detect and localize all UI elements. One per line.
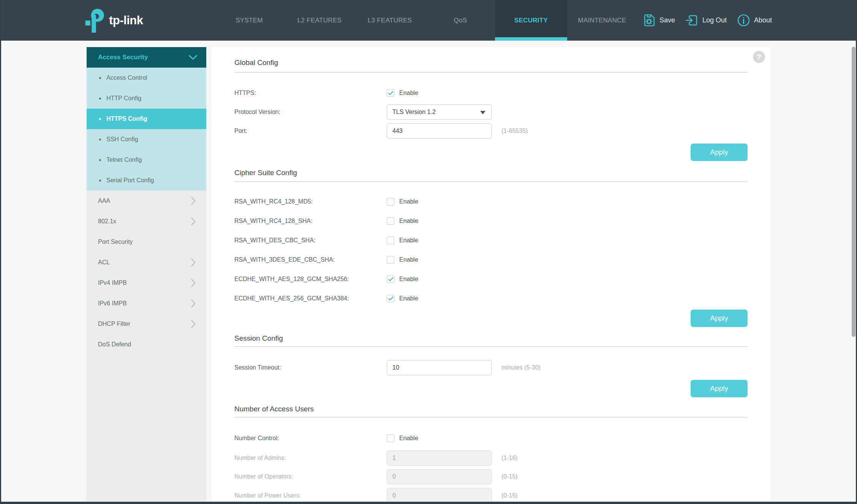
number-of-admins-hint: (1-16) [501, 455, 518, 461]
sidebar-item-acl[interactable]: ACL [87, 252, 206, 273]
number-of-power-users-row: Number of Power Users: (0-15) [234, 488, 748, 501]
apply-button-session[interactable]: Apply [691, 380, 748, 397]
cipher-enable-label: Enable [399, 276, 418, 283]
cipher-enable-checkbox[interactable] [387, 198, 394, 205]
section-divider [234, 182, 748, 182]
chevron-right-icon [191, 320, 196, 328]
cipher-enable-checkbox[interactable] [387, 217, 394, 225]
cipher-label: RSA_WITH_DES_CBC_SHA: [234, 237, 387, 244]
help-icon[interactable]: ? [753, 51, 765, 63]
https-label: HTTPS: [234, 90, 387, 96]
chevron-right-icon [191, 197, 196, 205]
nav-actions: Save Log Out About [642, 0, 772, 41]
cipher-enable-checkbox[interactable] [387, 237, 394, 244]
cipher-enable-checkbox[interactable] [387, 256, 394, 264]
number-of-power-users-label: Number of Power Users: [234, 492, 387, 499]
sidebar-item-https-config[interactable]: HTTPS Config [87, 109, 206, 129]
logout-icon [685, 13, 699, 27]
scrollbar-thumb[interactable] [852, 47, 855, 337]
sidebar-item-ipv4-impb[interactable]: IPv4 IMPB [87, 273, 206, 293]
about-icon [737, 13, 751, 27]
number-of-operators-row: Number of Operators: (0-15) [234, 469, 748, 484]
number-control-enable-label: Enable [399, 435, 418, 442]
sidebar-item-label: ACL [98, 259, 191, 266]
sidebar-item-label: HTTPS Config [106, 115, 147, 122]
sidebar-item-serial-port-config[interactable]: Serial Port Config [87, 170, 206, 191]
sidebar-item-access-control[interactable]: Access Control [87, 68, 206, 88]
number-of-operators-label: Number of Operators: [234, 473, 387, 480]
https-enable-checkbox[interactable] [387, 89, 394, 97]
section-title-global-config: Global Config [234, 58, 278, 68]
apply-button-global[interactable]: Apply [691, 144, 748, 161]
https-enable-label: Enable [399, 90, 418, 96]
port-row: Port: (1-65535) [234, 123, 748, 139]
session-timeout-label: Session Timeout: [234, 364, 387, 371]
section-divider [234, 417, 748, 417]
section-divider [234, 346, 748, 347]
apply-button-cipher[interactable]: Apply [691, 310, 748, 327]
nav-item-l3-features[interactable]: L3 FEATURES [368, 0, 412, 41]
nav-item-l2-features[interactable]: L2 FEATURES [297, 0, 342, 41]
sidebar-item-ipv6-impb[interactable]: IPv6 IMPB [87, 293, 206, 314]
cipher-row: RSA_WITH_RC4_128_MD5: Enable [234, 194, 748, 209]
number-of-operators-hint: (0-15) [501, 473, 518, 480]
cipher-label: RSA_WITH_3DES_EDE_CBC_SHA: [234, 256, 387, 263]
sidebar-item-http-config[interactable]: HTTP Config [87, 88, 206, 109]
bullet-icon [99, 180, 101, 182]
sidebar-item-telnet-config[interactable]: Telnet Config [87, 150, 206, 170]
session-timeout-input[interactable] [387, 360, 492, 375]
nav-item-maintenance[interactable]: MAINTENANCE [578, 0, 626, 41]
https-row: HTTPS: Enable [234, 85, 748, 101]
cipher-enable-label: Enable [399, 198, 418, 205]
sidebar-item-dos-defend[interactable]: DoS Defend [87, 334, 206, 355]
save-icon [642, 13, 656, 27]
number-of-admins-row: Number of Admins: (1-16) [234, 450, 748, 466]
number-control-checkbox[interactable] [387, 434, 394, 442]
about-button[interactable]: About [737, 13, 772, 27]
session-timeout-row: Session Timeout: minutes (5-30) [234, 360, 748, 375]
sidebar-item-label: DHCP Filter [98, 321, 191, 327]
top-nav: tp-link SYSTEM L2 FEATURES L3 FEATURES Q… [0, 0, 857, 41]
port-input[interactable] [387, 123, 492, 139]
nav-item-system[interactable]: SYSTEM [236, 0, 263, 41]
sidebar-item-label: SSH Config [106, 136, 138, 143]
scrollbar-track[interactable] [851, 41, 856, 501]
cipher-label: ECDHE_WITH_AES_256_GCM_SHA384: [234, 295, 387, 302]
sidebar-item-ssh-config[interactable]: SSH Config [87, 129, 206, 150]
cipher-label: ECDHE_WITH_AES_128_GCM_SHA256: [234, 276, 387, 283]
brand-text: tp-link [109, 14, 143, 27]
chevron-down-icon [189, 55, 197, 60]
dropdown-caret-icon [480, 111, 485, 114]
cipher-enable-label: Enable [399, 218, 418, 224]
nav-item-security[interactable]: SECURITY [495, 0, 567, 41]
brand-logo[interactable]: tp-link [84, 0, 143, 41]
cipher-enable-checkbox[interactable] [387, 295, 394, 302]
active-tab-underline [495, 37, 567, 41]
cipher-row: RSA_WITH_DES_CBC_SHA: Enable [234, 233, 748, 248]
sidebar-item-port-security[interactable]: Port Security [87, 232, 206, 252]
logout-button[interactable]: Log Out [685, 13, 727, 27]
sidebar-item-8021x[interactable]: 802.1x [87, 211, 206, 232]
sidebar-section-access-security[interactable]: Access Security [87, 47, 206, 68]
number-of-power-users-hint: (0-15) [501, 492, 518, 499]
main-content: ? Global Config HTTPS: Enable Protocol V… [212, 47, 770, 501]
save-button[interactable]: Save [642, 13, 675, 27]
cipher-enable-label: Enable [399, 237, 418, 244]
number-control-row: Number Control: Enable [234, 431, 748, 446]
logout-button-label: Log Out [702, 16, 727, 24]
cipher-enable-checkbox[interactable] [387, 275, 394, 283]
nav-item-qos[interactable]: QoS [454, 0, 467, 41]
window-border-left [0, 0, 1, 504]
protocol-version-label: Protocol Version: [234, 109, 387, 115]
sidebar: Access Security Access Control HTTP Conf… [87, 47, 206, 501]
protocol-version-select[interactable]: TLS Version 1.2 [387, 104, 492, 120]
cipher-row: RSA_WITH_3DES_EDE_CBC_SHA: Enable [234, 252, 748, 267]
protocol-version-row: Protocol Version: TLS Version 1.2 [234, 104, 748, 120]
protocol-version-value: TLS Version 1.2 [392, 109, 436, 115]
sidebar-item-dhcp-filter[interactable]: DHCP Filter [87, 314, 206, 334]
sidebar-item-label: Telnet Config [106, 156, 142, 163]
sidebar-item-aaa[interactable]: AAA [87, 191, 206, 211]
sidebar-item-label: AAA [98, 197, 191, 204]
section-title-cipher-suite: Cipher Suite Config [234, 168, 297, 178]
cipher-row: ECDHE_WITH_AES_256_GCM_SHA384: Enable [234, 291, 748, 306]
